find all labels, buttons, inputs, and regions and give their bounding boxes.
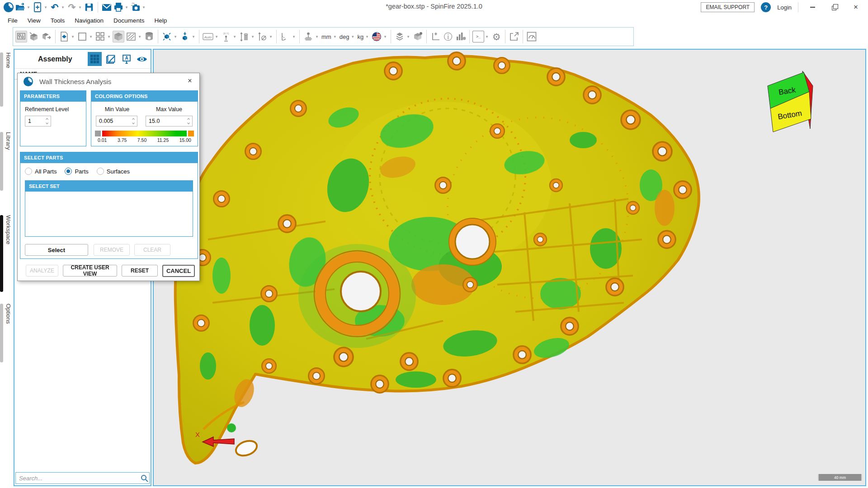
- statistics-icon[interactable]: [455, 31, 467, 42]
- measure-height-caret[interactable]: ▾: [250, 34, 255, 39]
- analyze-button[interactable]: ANALYZE: [26, 265, 58, 277]
- layers-icon[interactable]: [394, 31, 406, 42]
- parts-radio[interactable]: Parts: [65, 168, 88, 175]
- minimize-button[interactable]: [805, 1, 820, 14]
- menu-file[interactable]: File: [3, 16, 23, 25]
- language-caret[interactable]: ▾: [383, 34, 387, 39]
- spin-up-icon[interactable]: [187, 118, 190, 121]
- email-support-button[interactable]: EMAIL SUPPORT: [701, 2, 755, 12]
- login-button[interactable]: Login: [777, 4, 792, 11]
- cancel-button[interactable]: CANCEL: [162, 265, 195, 277]
- remove-button[interactable]: REMOVE: [94, 244, 130, 256]
- projection-caret[interactable]: ▾: [137, 34, 142, 39]
- help-icon[interactable]: ?: [761, 2, 771, 12]
- projection-mode-icon[interactable]: [125, 31, 137, 42]
- open-file-icon[interactable]: [14, 1, 26, 13]
- snapshot-icon[interactable]: [130, 1, 142, 13]
- search-input[interactable]: [16, 475, 139, 482]
- model-viewport[interactable]: Back Bottom X 40 mm: [153, 49, 866, 486]
- create-user-view-button[interactable]: CREATE USER VIEW: [63, 265, 117, 277]
- explode-caret[interactable]: ▾: [173, 34, 178, 39]
- menu-help[interactable]: Help: [149, 16, 172, 25]
- undo-icon[interactable]: ↶: [49, 1, 61, 13]
- axes-display-icon[interactable]: [429, 31, 441, 42]
- measure-diameter-icon[interactable]: [256, 31, 268, 42]
- restore-button[interactable]: [826, 1, 842, 14]
- annotation-board-icon[interactable]: A: [121, 53, 132, 65]
- menu-documents[interactable]: Documents: [108, 16, 149, 25]
- explode-assembly-icon[interactable]: [161, 31, 173, 42]
- markup-caret[interactable]: ▾: [71, 34, 75, 39]
- mass-unit-caret[interactable]: ▾: [365, 34, 369, 39]
- visibility-eye-icon[interactable]: [136, 53, 148, 65]
- measure-diameter-caret[interactable]: ▾: [269, 34, 273, 39]
- sidebar-tab-workspace[interactable]: Workspace: [0, 215, 12, 292]
- viewport-layout-caret[interactable]: ▾: [107, 34, 111, 39]
- redo-icon[interactable]: ↷: [66, 1, 78, 13]
- spin-down-icon[interactable]: [46, 122, 48, 124]
- dialog-title-bar[interactable]: Wall Thickness Analysis ×: [18, 73, 199, 89]
- render-mode-icon[interactable]: [113, 31, 124, 42]
- close-button[interactable]: ×: [848, 1, 863, 14]
- measure-angle-caret[interactable]: ▾: [292, 34, 296, 39]
- menu-tools[interactable]: Tools: [46, 16, 70, 25]
- spin-up-icon[interactable]: [46, 118, 48, 121]
- console-caret[interactable]: ▾: [485, 34, 489, 39]
- clear-button[interactable]: CLEAR: [134, 244, 170, 256]
- redo-caret[interactable]: ▾: [78, 5, 82, 9]
- dashboard-gauge-icon[interactable]: [526, 31, 538, 42]
- viewport-settings-icon[interactable]: [15, 31, 27, 42]
- dialog-close-icon[interactable]: ×: [185, 76, 195, 86]
- model-tree-grid-button[interactable]: [88, 52, 102, 66]
- language-flag-icon[interactable]: [371, 31, 382, 42]
- new-document-icon[interactable]: [32, 1, 43, 13]
- refinement-level-input[interactable]: [25, 118, 43, 124]
- markup-document-icon[interactable]: [58, 31, 70, 42]
- select-button[interactable]: Select: [25, 244, 88, 256]
- view-cube[interactable]: Back Bottom: [764, 66, 814, 133]
- measure-height-icon[interactable]: [238, 31, 250, 42]
- export-part-icon[interactable]: [41, 31, 52, 42]
- border-style-caret[interactable]: ▾: [89, 34, 93, 39]
- min-value-input[interactable]: [96, 118, 130, 124]
- isolate-part-icon[interactable]: [28, 31, 40, 42]
- layers-caret[interactable]: ▾: [406, 34, 410, 39]
- menu-view[interactable]: View: [23, 16, 46, 25]
- save-icon[interactable]: [83, 1, 95, 13]
- all-parts-radio[interactable]: All Parts: [25, 168, 57, 175]
- pop-out-icon[interactable]: [508, 31, 520, 42]
- length-unit-label[interactable]: mm: [320, 33, 333, 40]
- measure-angle-icon[interactable]: [279, 31, 291, 42]
- angle-unit-label[interactable]: deg: [338, 33, 351, 40]
- collapse-assembly-icon[interactable]: [179, 31, 191, 42]
- sidebar-tab-home[interactable]: Home: [0, 52, 12, 107]
- length-unit-caret[interactable]: ▾: [333, 34, 337, 39]
- info-icon[interactable]: ⓘ: [442, 31, 454, 42]
- max-value-spin-arrows[interactable]: [185, 116, 192, 126]
- search-icon[interactable]: [139, 472, 149, 484]
- section-tool-caret[interactable]: ▾: [315, 34, 319, 39]
- material-library-icon[interactable]: [143, 31, 155, 42]
- redline-edit-icon[interactable]: [105, 53, 117, 65]
- max-value-input[interactable]: [146, 118, 185, 124]
- console-icon[interactable]: >_: [472, 31, 484, 42]
- collapse-caret[interactable]: ▾: [191, 34, 196, 39]
- smart-dimension-caret[interactable]: ▾: [232, 34, 237, 39]
- section-tool-icon[interactable]: [302, 31, 314, 42]
- open-file-caret[interactable]: ▾: [26, 5, 31, 9]
- refinement-spin-arrows[interactable]: [43, 116, 51, 126]
- surfaces-radio[interactable]: Surfaces: [97, 168, 130, 175]
- undo-caret[interactable]: ▾: [61, 5, 65, 9]
- spin-up-icon[interactable]: [132, 118, 135, 121]
- min-value-spin-arrows[interactable]: [130, 116, 137, 126]
- spin-down-icon[interactable]: [187, 122, 190, 124]
- print-caret[interactable]: ▾: [124, 5, 129, 9]
- email-icon[interactable]: [101, 1, 113, 13]
- new-document-caret[interactable]: ▾: [43, 5, 48, 9]
- print-icon[interactable]: [113, 1, 124, 13]
- sidebar-tab-options[interactable]: Options: [0, 304, 12, 362]
- border-style-icon[interactable]: [76, 31, 88, 42]
- sidebar-tab-library[interactable]: Library: [0, 132, 12, 191]
- spin-down-icon[interactable]: [132, 122, 135, 124]
- snapshot-caret[interactable]: ▾: [142, 5, 146, 9]
